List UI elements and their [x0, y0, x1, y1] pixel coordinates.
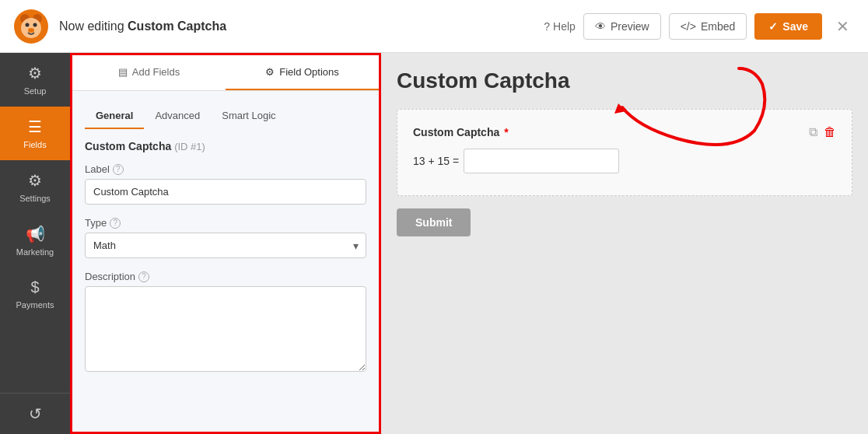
embed-button[interactable]: </> Embed	[669, 13, 747, 40]
help-button[interactable]: ? Help	[544, 20, 576, 33]
math-answer-input[interactable]	[464, 149, 619, 173]
type-field-label: Type ?	[85, 217, 366, 229]
check-icon: ✓	[768, 20, 778, 33]
sidebar-item-label: Payments	[16, 300, 54, 310]
add-fields-icon: ▤	[118, 66, 128, 78]
field-options-icon: ⚙	[265, 66, 275, 78]
sidebar: ⚙ Setup ☰ Fields ⚙ Settings 📢 Marketing …	[0, 53, 70, 434]
field-section-title: Custom Captcha (ID #1)	[85, 140, 366, 152]
panel-tabs: ▤ Add Fields ⚙ Field Options	[72, 55, 379, 91]
topbar: Now editing Custom Captcha ? Help 👁 Prev…	[0, 0, 868, 53]
field-id: (ID #1)	[174, 141, 205, 152]
sub-tabs: General Advanced Smart Logic	[85, 103, 366, 129]
svg-point-4	[26, 23, 30, 26]
label-field-label: Label ?	[85, 163, 366, 175]
captcha-card-label: Custom Captcha * ⧉ 🗑	[413, 125, 836, 139]
description-textarea[interactable]	[85, 286, 366, 372]
panel-content: General Advanced Smart Logic Custom Capt…	[72, 91, 379, 432]
preview-area: Custom Captcha Custom Captcha * ⧉ 🗑 13 +…	[381, 53, 868, 434]
sub-tab-general[interactable]: General	[85, 103, 144, 129]
sub-tab-advanced[interactable]: Advanced	[144, 103, 211, 129]
close-button[interactable]: ✕	[830, 14, 856, 39]
required-star: *	[504, 126, 508, 138]
dollar-icon: $	[30, 278, 39, 296]
sidebar-item-fields[interactable]: ☰ Fields	[0, 107, 70, 160]
sidebar-item-settings[interactable]: ⚙ Settings	[0, 160, 70, 214]
type-select[interactable]: Math Simple Random	[85, 233, 366, 258]
type-help-icon[interactable]: ?	[110, 218, 121, 229]
topbar-actions: ? Help 👁 Preview </> Embed ✓ Save ✕	[544, 13, 856, 40]
sidebar-item-label: Setup	[24, 86, 47, 96]
label-group: Label ?	[85, 163, 366, 205]
gear-icon: ⚙	[28, 64, 42, 82]
label-help-icon[interactable]: ?	[113, 164, 124, 175]
type-group: Type ? Math Simple Random ▾	[85, 217, 366, 258]
sidebar-item-marketing[interactable]: 📢 Marketing	[0, 214, 70, 268]
svg-point-5	[33, 23, 37, 26]
save-button[interactable]: ✓ Save	[754, 13, 822, 40]
card-actions: ⧉ 🗑	[809, 125, 836, 139]
sidebar-item-setup[interactable]: ⚙ Setup	[0, 53, 70, 107]
sidebar-item-label: Marketing	[16, 247, 54, 257]
description-field-label: Description ?	[85, 271, 366, 282]
captcha-field-card: Custom Captcha * ⧉ 🗑 13 + 15 =	[397, 109, 852, 196]
undo-icon: ↺	[29, 404, 42, 423]
math-equation: 13 + 15 =	[413, 149, 836, 173]
fields-icon: ☰	[28, 117, 42, 136]
code-icon: </>	[681, 20, 696, 33]
tab-field-options[interactable]: ⚙ Field Options	[226, 55, 379, 90]
type-select-wrapper: Math Simple Random ▾	[85, 233, 366, 258]
main-layout: ⚙ Setup ☰ Fields ⚙ Settings 📢 Marketing …	[0, 53, 868, 434]
question-icon: ?	[544, 20, 550, 33]
label-input[interactable]	[85, 179, 366, 205]
app-logo	[12, 8, 50, 45]
sub-tab-smart-logic[interactable]: Smart Logic	[211, 103, 286, 129]
sidebar-item-payments[interactable]: $ Payments	[0, 268, 70, 320]
sidebar-item-label: Fields	[23, 140, 46, 149]
preview-button[interactable]: 👁 Preview	[583, 13, 661, 40]
delete-button[interactable]: 🗑	[824, 125, 836, 139]
description-group: Description ?	[85, 271, 366, 374]
duplicate-button[interactable]: ⧉	[809, 125, 817, 139]
sidebar-item-label: Settings	[19, 194, 51, 203]
preview-title: Custom Captcha	[397, 68, 852, 93]
description-help-icon[interactable]: ?	[138, 271, 149, 282]
sidebar-item-history[interactable]: ↺	[0, 394, 70, 434]
sliders-icon: ⚙	[28, 171, 42, 190]
submit-button[interactable]: Submit	[397, 208, 471, 236]
megaphone-icon: 📢	[26, 225, 45, 243]
editing-title: Now editing Custom Captcha	[59, 19, 534, 33]
svg-point-6	[28, 28, 34, 33]
field-options-panel: ▤ Add Fields ⚙ Field Options General Adv…	[70, 53, 381, 434]
sidebar-bottom: ↺	[0, 393, 70, 434]
tab-add-fields[interactable]: ▤ Add Fields	[72, 55, 226, 90]
eye-icon: 👁	[595, 20, 606, 33]
